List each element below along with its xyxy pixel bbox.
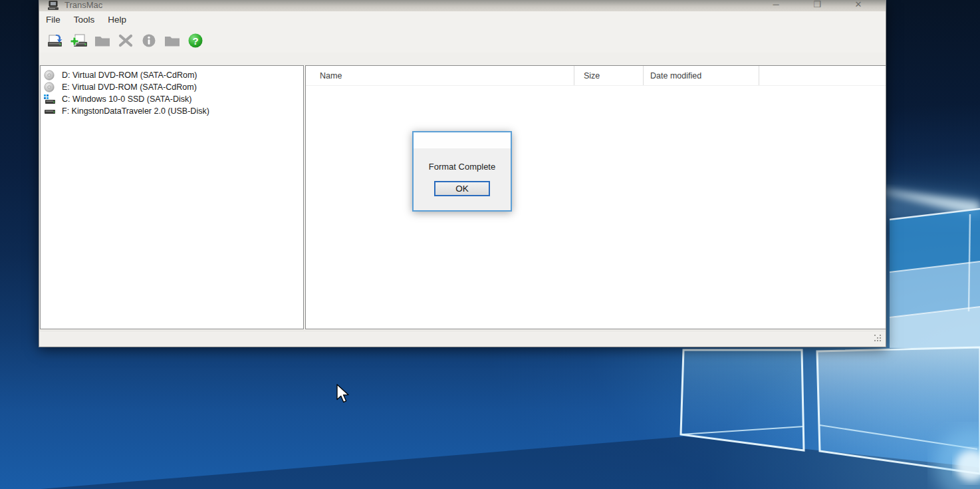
- cdrom-drive-icon: [44, 70, 56, 81]
- open-disk-image-icon[interactable]: [47, 33, 64, 49]
- drive-row-f[interactable]: F: KingstonDataTraveler 2.0 (USB-Disk): [41, 105, 303, 117]
- dialog-message: Format Complete: [429, 162, 495, 172]
- help-icon[interactable]: ?: [187, 33, 204, 49]
- open-folder-icon: [94, 33, 111, 49]
- drive-tree-panel[interactable]: D: Virtual DVD-ROM (SATA-CdRom) E: Virtu…: [40, 65, 304, 329]
- ok-button[interactable]: OK: [434, 181, 490, 196]
- drive-label: D: Virtual DVD-ROM (SATA-CdRom): [62, 71, 197, 80]
- file-list-header: Name Size Date modified: [306, 66, 886, 86]
- titlebar[interactable]: TransMac ─ ❒ ✕: [39, 0, 886, 11]
- status-bar: [40, 331, 885, 345]
- mouse-cursor-icon: [336, 384, 352, 405]
- delete-icon: [117, 33, 134, 49]
- drive-label: F: KingstonDataTraveler 2.0 (USB-Disk): [62, 106, 209, 116]
- cdrom-drive-icon: [44, 82, 56, 92]
- drive-row-d[interactable]: D: Virtual DVD-ROM (SATA-CdRom): [41, 69, 303, 81]
- toolbar: ?: [39, 29, 886, 53]
- format-complete-dialog: Format Complete OK: [412, 131, 512, 212]
- drive-label: C: Windows 10-0 SSD (SATA-Disk): [62, 94, 191, 104]
- window-title: TransMac: [64, 0, 102, 11]
- usb-disk-icon: [44, 106, 56, 116]
- column-header-date-modified[interactable]: Date modified: [644, 66, 759, 85]
- file-list-panel[interactable]: Name Size Date modified: [305, 65, 886, 329]
- dialog-body: Format Complete OK: [414, 148, 511, 210]
- transmac-app-icon: [48, 1, 59, 11]
- menu-help[interactable]: Help: [101, 11, 133, 29]
- menu-file[interactable]: File: [39, 11, 67, 29]
- drive-row-e[interactable]: E: Virtual DVD-ROM (SATA-CdRom): [41, 81, 303, 93]
- close-button[interactable]: ✕: [843, 0, 874, 10]
- column-header-size[interactable]: Size: [574, 66, 644, 85]
- maximize-button[interactable]: ❒: [802, 0, 832, 10]
- menu-tools[interactable]: Tools: [67, 11, 102, 29]
- dialog-titlebar[interactable]: [414, 132, 511, 148]
- svg-text:?: ?: [192, 35, 198, 47]
- properties-info-icon: [140, 33, 158, 49]
- resize-grip-icon[interactable]: [874, 335, 882, 343]
- drive-label: E: Virtual DVD-ROM (SATA-CdRom): [62, 82, 197, 92]
- column-header-name[interactable]: Name: [306, 66, 574, 85]
- minimize-button[interactable]: ─: [761, 0, 791, 10]
- create-disk-image-icon[interactable]: [70, 33, 88, 49]
- windows-disk-icon: [44, 94, 56, 104]
- drive-row-c[interactable]: C: Windows 10-0 SSD (SATA-Disk): [41, 93, 303, 105]
- expand-folder-icon: [164, 33, 181, 49]
- menubar: File Tools Help: [39, 11, 886, 29]
